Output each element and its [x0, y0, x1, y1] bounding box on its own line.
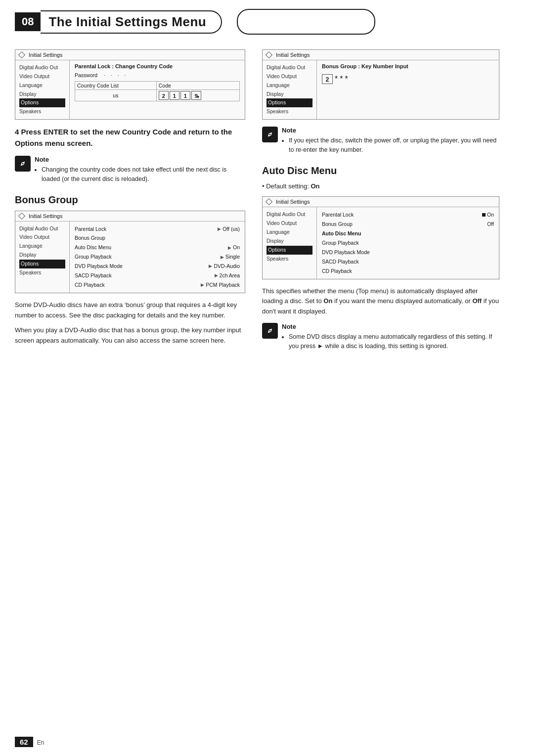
table-cell-us: us [75, 90, 157, 101]
key-menu-speakers: Speakers [267, 107, 312, 116]
bg-screen-title-bar: Initial Settings [15, 211, 245, 222]
auto-row-7: CD Playback [322, 267, 494, 276]
bg-menu-display: Display [19, 251, 65, 260]
bg-label-6: SACD Playback [75, 271, 112, 280]
step-text: 4 Press ENTER to set the new Country Cod… [15, 127, 245, 149]
bg-menu-digital: Digital Audio Out [19, 224, 65, 233]
key-dot-1: * [335, 75, 338, 83]
on-bold: On [323, 297, 332, 305]
parental-lock-screen: Initial Settings Digital Audio Out Video… [15, 49, 245, 120]
auto-label-parental: Parental Lock [322, 210, 354, 220]
note-text-2: If you eject the disc, switch the power … [282, 136, 499, 155]
bg-menu-col: Digital Audio Out Video Output Language … [15, 222, 70, 293]
bg-label-4: Group Playback [75, 252, 112, 262]
page-header: 08 The Initial Settings Menu [0, 0, 534, 35]
auto-menu-display: Display [267, 237, 312, 246]
auto-content-col: Parental Lock On Bonus Group Off Auto Di… [317, 207, 499, 278]
bg-label-3: Auto Disc Menu [75, 243, 111, 252]
key-screen-title-bar: Initial Settings [263, 50, 499, 60]
diamond-icon [18, 51, 25, 58]
bg-menu-options: Options [19, 260, 65, 268]
bg-label-2: Bonus Group [75, 233, 105, 243]
bg-menu-language: Language [19, 242, 65, 251]
bg-val-4: ▶ Single [221, 252, 240, 262]
table-header-code: Code [156, 82, 239, 90]
bg-row-4: Group Playback ▶ Single [75, 252, 240, 262]
code-digit-1: 2 [159, 91, 169, 100]
auto-row-6: SACD Playback [322, 257, 494, 267]
auto-val-parental: On [482, 210, 494, 220]
body-text-1: Some DVD-Audio discs have an extra ‘bonu… [15, 300, 245, 321]
auto-menu-col: Digital Audio Out Video Output Language … [263, 207, 317, 278]
note-icon-3 [262, 323, 278, 339]
menu-item-display: Display [19, 90, 65, 99]
screen-title-bar: Initial Settings [15, 50, 245, 60]
main-content: Initial Settings Digital Audio Out Video… [0, 49, 534, 357]
screen-title-text: Initial Settings [29, 52, 62, 58]
diamond-icon-4 [266, 198, 272, 205]
bg-val-1: ▶ Off (us) [218, 224, 240, 234]
menu-item-options: Options [19, 98, 65, 107]
key-content-title: Bonus Group : Key Number Input [322, 63, 494, 69]
bg-label-5: DVD Playback Mode [75, 262, 123, 271]
auto-disc-heading: Auto Disc Menu [262, 165, 499, 177]
password-dots: · · · · [104, 72, 128, 78]
bg-screen-body: Digital Audio Out Video Output Language … [15, 222, 245, 293]
auto-label-autodiscmenu: Auto Disc Menu [322, 229, 361, 238]
bg-menu-speakers: Speakers [19, 268, 65, 277]
auto-row-3: Auto Disc Menu [322, 229, 494, 238]
key-dot-3: * [345, 75, 348, 83]
page-title: The Initial Settings Menu [41, 10, 222, 34]
key-menu-col: Digital Audio Out Video Output Language … [263, 60, 317, 119]
key-input-screen: Initial Settings Digital Audio Out Video… [262, 49, 499, 120]
bg-val-3: ▶ On [228, 243, 240, 252]
auto-menu-digital: Digital Audio Out [267, 210, 312, 219]
screen-body: Digital Audio Out Video Output Language … [15, 60, 245, 119]
auto-screen-title: Initial Settings [276, 199, 310, 205]
screen-menu-col: Digital Audio Out Video Output Language … [15, 60, 70, 119]
diamond-icon-3 [266, 51, 272, 58]
auto-val-bonus: Off [487, 220, 494, 229]
auto-screen-title-bar: Initial Settings [263, 197, 499, 207]
note-item-2: If you eject the disc, switch the power … [289, 136, 499, 155]
bg-row-3: Auto Disc Menu ▶ On [75, 243, 240, 252]
bg-label-7: CD Playback [75, 280, 105, 290]
key-menu-video: Video Output [267, 72, 312, 81]
auto-label-bonus: Bonus Group [322, 220, 353, 229]
menu-item-speakers: Speakers [19, 107, 65, 116]
auto-menu-options: Options [267, 246, 312, 255]
auto-label-cd: CD Playback [322, 267, 352, 276]
bg-content-col: Parental Lock ▶ Off (us) Bonus Group Aut… [70, 222, 245, 293]
key-screen-body: Digital Audio Out Video Output Language … [263, 60, 499, 119]
diamond-icon-2 [18, 212, 25, 219]
pencil-icon-3 [266, 326, 274, 335]
key-input-display: 2 * * * [322, 74, 494, 84]
bg-row-1: Parental Lock ▶ Off (us) [75, 224, 240, 234]
code-digit-4: 9 ▼ [191, 91, 201, 100]
header-right-decoration [237, 9, 375, 35]
bg-row-6: SACD Playback ▶ 2ch Area [75, 271, 240, 280]
pencil-icon-2 [266, 130, 274, 139]
note-text-1: Changing the country code does not take … [35, 165, 245, 184]
auto-screen-body: Digital Audio Out Video Output Language … [263, 207, 499, 278]
chapter-badge: 08 [15, 12, 41, 31]
menu-item-video-output: Video Output [19, 72, 65, 81]
auto-menu-speakers: Speakers [267, 255, 312, 264]
table-cell-code: 2 1 1 9 ▼ [156, 90, 239, 101]
note-item-3: Some DVD discs display a menu automatica… [289, 332, 499, 351]
body-text-2: When you play a DVD-Audio disc that has … [15, 325, 245, 346]
auto-label-sacd: SACD Playback [322, 257, 359, 267]
pencil-icon [18, 159, 27, 168]
auto-menu-video: Video Output [267, 219, 312, 228]
body-text-3: This specifies whether the menu (Top men… [262, 286, 499, 317]
auto-row-4: Group Playback [322, 238, 494, 248]
note-box-1: Note Changing the country code does not … [15, 156, 245, 185]
bg-row-2: Bonus Group [75, 233, 240, 243]
note-text-3: Some DVD discs display a menu automatica… [282, 332, 499, 351]
key-screen-title: Initial Settings [276, 52, 310, 58]
note-icon-2 [262, 127, 278, 142]
country-code-table: Country Code List Code us 2 1 1 [75, 81, 240, 101]
auto-disc-default: • Default setting: On [262, 181, 499, 192]
code-digit-2: 1 [170, 91, 179, 100]
bg-row-7: CD Playback ▶ PCM Playback [75, 280, 240, 290]
